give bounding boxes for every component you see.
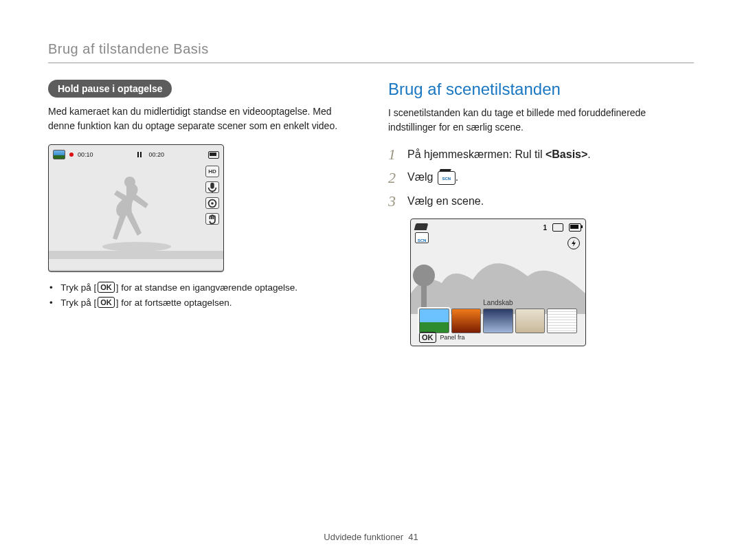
breadcrumb: Brug af tilstandene Basis bbox=[48, 41, 694, 57]
scn-mode-badge: SCN bbox=[415, 232, 429, 243]
scene-thumb-dawn bbox=[483, 309, 513, 333]
record-icon bbox=[69, 153, 74, 157]
ok-key-icon: OK bbox=[419, 332, 436, 343]
page-footer: Udvidede funktioner 41 bbox=[0, 532, 742, 542]
scene-thumbnails bbox=[419, 309, 577, 333]
ok-key-icon: OK bbox=[98, 282, 115, 293]
clapper-icon bbox=[414, 223, 429, 230]
right-paragraph: I scenetilstanden kan du tage et billede… bbox=[388, 106, 694, 135]
svg-point-2 bbox=[211, 202, 214, 205]
subsection-badge: Hold pause i optagelse bbox=[48, 80, 172, 98]
thumbnail-icon bbox=[53, 150, 65, 159]
step-number: 1 bbox=[388, 146, 401, 164]
panel-off-label: Panel fra bbox=[440, 334, 465, 341]
svg-rect-0 bbox=[210, 182, 214, 188]
step-1: 1 På hjemmeskærmen: Rul til <Basis>. bbox=[388, 146, 694, 164]
hand-icon bbox=[205, 213, 219, 225]
right-column: Brug af scenetilstanden I scenetilstande… bbox=[388, 80, 694, 346]
scene-thumb-text bbox=[547, 309, 577, 333]
ok-key-icon: OK bbox=[98, 297, 115, 308]
bullet-resume: Tryk på [OK] for at fortsætte optagelsen… bbox=[48, 297, 354, 308]
step-number: 2 bbox=[388, 169, 401, 187]
pause-icon bbox=[137, 152, 142, 157]
svg-point-3 bbox=[102, 242, 171, 251]
battery-icon bbox=[569, 223, 581, 232]
step-3: 3 Vælg en scene. bbox=[388, 192, 694, 210]
scene-thumb-sunset bbox=[451, 309, 482, 333]
resolution-icon bbox=[552, 223, 563, 232]
total-time: 00:20 bbox=[149, 151, 165, 158]
video-pause-illustration: 00:10 00:20 HD bbox=[48, 144, 224, 272]
scene-mode-icon: SCN bbox=[438, 171, 456, 185]
bullet-pause: Tryk på [OK] for at standse en igangvære… bbox=[48, 282, 354, 293]
step-number: 3 bbox=[388, 192, 401, 210]
section-heading: Brug af scenetilstanden bbox=[388, 80, 694, 99]
scene-mode-illustration: SCN 1 Landskab bbox=[410, 219, 586, 346]
mic-icon bbox=[205, 181, 219, 193]
step-2: 2 Vælg SCN . bbox=[388, 169, 694, 187]
elapsed-time: 00:10 bbox=[78, 151, 93, 158]
scene-thumb-portrait bbox=[515, 309, 546, 333]
left-paragraph: Med kameraet kan du midlertidigt standse… bbox=[48, 104, 354, 133]
svg-point-5 bbox=[413, 265, 435, 287]
left-column: Hold pause i optagelse Med kameraet kan … bbox=[48, 80, 354, 346]
battery-icon bbox=[208, 151, 219, 159]
divider bbox=[48, 63, 694, 63]
skater-silhouette bbox=[89, 170, 178, 252]
target-icon bbox=[205, 197, 219, 209]
scene-thumb-landscape bbox=[419, 309, 449, 333]
hd-icon: HD bbox=[205, 166, 219, 177]
shots-remaining: 1 bbox=[543, 224, 547, 232]
scene-caption: Landskab bbox=[411, 299, 585, 306]
